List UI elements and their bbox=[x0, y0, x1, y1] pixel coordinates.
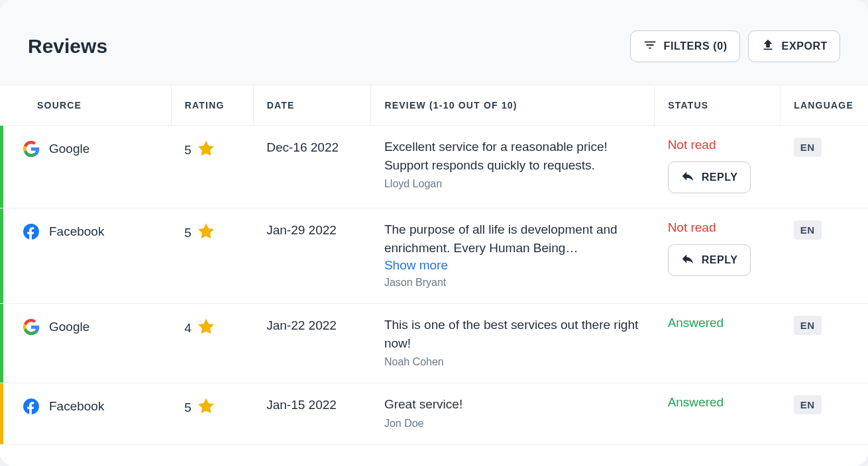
table-row[interactable]: Facebook5 Jan-29 2022The purpose of all … bbox=[0, 209, 868, 304]
reviewer-name: Jon Doe bbox=[384, 418, 641, 430]
reviews-table: SOURCE RATING DATE REVIEW (1-10 OUT OF 1… bbox=[0, 85, 868, 445]
source-name: Google bbox=[49, 320, 89, 334]
rating-value: 4 bbox=[184, 321, 191, 336]
col-source[interactable]: SOURCE bbox=[0, 85, 171, 126]
google-icon bbox=[23, 140, 40, 158]
accent-bar bbox=[0, 304, 3, 383]
language-chip: EN bbox=[794, 138, 822, 157]
accent-bar bbox=[0, 126, 3, 208]
reply-label: REPLY bbox=[702, 171, 738, 183]
reply-icon bbox=[680, 252, 695, 269]
accent-bar bbox=[0, 209, 3, 303]
reviews-table-wrap: SOURCE RATING DATE REVIEW (1-10 OUT OF 1… bbox=[0, 85, 868, 466]
table-row[interactable]: Google4 Jan-22 2022This is one of the be… bbox=[0, 304, 868, 383]
star-icon bbox=[198, 318, 214, 338]
facebook-icon bbox=[23, 223, 40, 240]
facebook-icon bbox=[23, 398, 40, 415]
review-text: The purpose of all life is development a… bbox=[384, 220, 641, 257]
language-chip: EN bbox=[794, 220, 822, 240]
col-language[interactable]: LANGUAGE bbox=[781, 85, 868, 126]
source-name: Facebook bbox=[49, 224, 104, 239]
status-badge: Answered bbox=[668, 316, 767, 330]
reviewer-name: Lloyd Logan bbox=[384, 178, 641, 190]
review-text: Excellent service for a reasonable price… bbox=[384, 138, 641, 174]
google-icon bbox=[23, 318, 40, 336]
page-title: Reviews bbox=[28, 35, 107, 58]
star-icon bbox=[198, 398, 214, 417]
reply-label: REPLY bbox=[702, 254, 738, 266]
export-label: EXPORT bbox=[782, 40, 828, 52]
review-date: Dec-16 2022 bbox=[266, 138, 358, 155]
col-review[interactable]: REVIEW (1-10 OUT OF 10) bbox=[371, 85, 655, 126]
status-badge: Answered bbox=[668, 395, 767, 410]
upload-icon bbox=[761, 38, 775, 55]
show-more-link[interactable]: Show more bbox=[384, 258, 448, 273]
star-icon bbox=[198, 140, 214, 160]
review-text: Great service! bbox=[384, 395, 641, 414]
reviews-card: Reviews FILTERS (0) EXPORT bbox=[0, 0, 868, 466]
language-chip: EN bbox=[794, 395, 822, 414]
rating-value: 5 bbox=[184, 400, 191, 415]
export-button[interactable]: EXPORT bbox=[748, 30, 840, 62]
filter-icon bbox=[643, 38, 657, 55]
review-date: Jan-15 2022 bbox=[266, 395, 358, 412]
header-actions: FILTERS (0) EXPORT bbox=[630, 30, 840, 62]
rating-value: 5 bbox=[184, 143, 191, 158]
table-row[interactable]: Google5 Dec-16 2022Excellent service for… bbox=[0, 126, 868, 209]
language-chip: EN bbox=[794, 316, 822, 335]
reply-button[interactable]: REPLY bbox=[668, 244, 751, 276]
table-row[interactable]: Facebook5 Jan-15 2022Great service!Jon D… bbox=[0, 383, 868, 445]
status-badge: Not read bbox=[668, 138, 767, 152]
rating-value: 5 bbox=[184, 226, 191, 240]
reply-button[interactable]: REPLY bbox=[668, 162, 751, 193]
accent-bar bbox=[0, 383, 3, 444]
reviewer-name: Noah Cohen bbox=[384, 356, 641, 368]
filters-label: FILTERS (0) bbox=[664, 40, 728, 52]
col-rating[interactable]: RATING bbox=[171, 85, 253, 126]
col-status[interactable]: STATUS bbox=[655, 85, 781, 126]
star-icon bbox=[198, 223, 214, 242]
header: Reviews FILTERS (0) EXPORT bbox=[0, 0, 868, 85]
review-date: Jan-29 2022 bbox=[266, 220, 358, 238]
status-badge: Not read bbox=[668, 220, 767, 235]
review-date: Jan-22 2022 bbox=[266, 316, 358, 333]
reviewer-name: Jason Bryant bbox=[384, 277, 641, 289]
col-date[interactable]: DATE bbox=[253, 85, 371, 126]
source-name: Google bbox=[49, 142, 89, 156]
table-header-row: SOURCE RATING DATE REVIEW (1-10 OUT OF 1… bbox=[0, 85, 868, 126]
filters-button[interactable]: FILTERS (0) bbox=[630, 30, 740, 62]
review-text: This is one of the best services out the… bbox=[384, 316, 641, 352]
source-name: Facebook bbox=[49, 399, 104, 414]
reply-icon bbox=[680, 169, 695, 186]
